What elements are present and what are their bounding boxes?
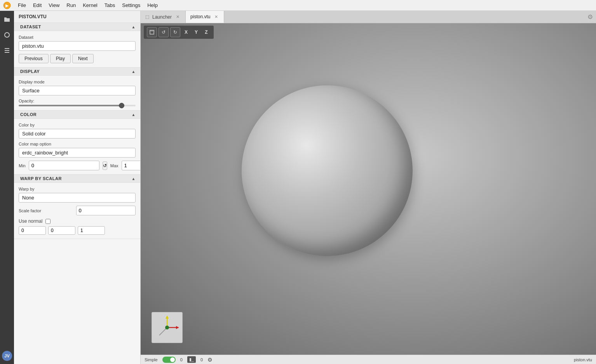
color-label: COLOR <box>20 112 37 117</box>
tab-piston[interactable]: piston.vtu ✕ <box>186 11 224 23</box>
settings-gear-icon[interactable]: ⚙ <box>587 14 593 20</box>
warp-label: WARP BY SCALAR <box>20 176 62 181</box>
dataset-section-header: DATASET ▲ <box>14 23 140 31</box>
svg-point-13 <box>165 326 169 329</box>
axes-svg <box>153 314 181 341</box>
iconbar-folder[interactable] <box>2 14 12 25</box>
simple-toggle[interactable] <box>162 357 176 363</box>
iconbar-circle[interactable] <box>2 29 12 40</box>
menu-tabs[interactable]: Tabs <box>101 2 118 9</box>
color-by-select[interactable]: Solid color <box>19 129 136 139</box>
color-by-label: Color by <box>19 123 136 127</box>
warp-by-label: Warp by <box>19 187 136 191</box>
display-mode-select[interactable]: Surface <box>19 86 136 95</box>
menu-help[interactable]: Help <box>144 2 161 9</box>
color-map-select[interactable]: erdc_rainbow_bright <box>19 148 136 158</box>
play-button[interactable]: Play <box>50 54 71 63</box>
menu-bar: ▶ File Edit View Run Kernel Tabs Setting… <box>0 0 596 11</box>
right-settings-area: ⚙ <box>587 13 593 21</box>
tab-bar: ⬚ Launcher ✕ piston.vtu ✕ ⚙ <box>141 11 596 23</box>
viewport-undo-btn[interactable]: ↺ <box>159 27 169 37</box>
normal-x-input[interactable] <box>19 226 46 235</box>
viewport-crop-btn[interactable] <box>147 27 157 37</box>
right-area: ⬚ Launcher ✕ piston.vtu ✕ ⚙ ↺ ↻ X <box>141 11 596 364</box>
icon-bar: JV <box>0 11 14 364</box>
menu-kernel[interactable]: Kernel <box>80 2 101 9</box>
previous-button[interactable]: Previous <box>19 54 49 63</box>
menu-edit[interactable]: Edit <box>30 2 45 9</box>
menu-view[interactable]: View <box>45 2 63 9</box>
display-chevron[interactable]: ▲ <box>132 69 136 74</box>
min-input[interactable] <box>29 161 99 170</box>
refresh-button[interactable]: ↺ <box>103 161 107 170</box>
svg-marker-11 <box>176 326 179 329</box>
simple-label: Simple <box>145 357 158 362</box>
dataset-input[interactable] <box>19 41 136 51</box>
svg-marker-9 <box>166 315 169 319</box>
min-max-row: Min ↺ Max <box>19 161 136 170</box>
left-panel: PISTON.VTU DATASET ▲ Dataset Previous Pl… <box>14 11 141 364</box>
next-button[interactable]: Next <box>72 54 94 63</box>
menu-file[interactable]: File <box>15 2 29 9</box>
color-section-header: COLOR ▲ <box>14 111 140 119</box>
launcher-tab-icon: ⬚ <box>145 14 149 19</box>
launcher-tab-label: Launcher <box>152 14 172 20</box>
svg-text:▶: ▶ <box>5 3 9 8</box>
use-normal-label: Use normal <box>19 218 42 224</box>
app-logo: ▶ <box>3 2 11 9</box>
playback-controls: Previous Play Next <box>19 54 136 63</box>
viewport-toolbar: ↺ ↻ X Y Z <box>144 26 214 39</box>
warp-by-select[interactable]: None <box>19 193 136 203</box>
coordinate-axes-widget <box>152 312 183 343</box>
max-input[interactable] <box>122 161 141 170</box>
viewport-y-axis-btn[interactable]: Y <box>192 28 200 36</box>
dataset-chevron[interactable]: ▲ <box>132 25 136 29</box>
color-map-label: Color map option <box>19 142 136 146</box>
min-label: Min <box>19 163 26 168</box>
warp-chevron[interactable]: ▲ <box>132 177 136 181</box>
piston-tab-label: piston.vtu <box>190 14 210 19</box>
display-label: DISPLAY <box>20 69 40 74</box>
opacity-slider-row <box>19 105 136 106</box>
tab-launcher[interactable]: ⬚ Launcher ✕ <box>141 11 186 23</box>
status-filename: piston.vtu <box>574 357 592 362</box>
status-count2: 0 <box>200 357 203 362</box>
max-label: Max <box>110 163 119 168</box>
use-normal-row: Use normal <box>19 218 136 224</box>
warp-section-header: WARP BY SCALAR ▲ <box>14 175 140 183</box>
panel-title: PISTON.VTU <box>14 11 140 23</box>
dataset-label: DATASET <box>20 24 41 29</box>
scale-factor-label: Scale factor <box>19 208 73 213</box>
color-section: Color by Solid color Color map option er… <box>14 119 140 175</box>
svg-point-2 <box>5 33 9 37</box>
normal-z-input[interactable] <box>78 226 105 235</box>
terminal-icon[interactable]: ▮_ <box>187 356 196 363</box>
use-normal-checkbox[interactable] <box>45 219 51 224</box>
scale-factor-input[interactable] <box>76 206 136 215</box>
normal-inputs <box>19 226 136 235</box>
piston-3d-object <box>242 85 413 256</box>
opacity-slider[interactable] <box>19 105 136 106</box>
viewport-z-axis-btn[interactable]: Z <box>202 28 211 36</box>
menu-run[interactable]: Run <box>63 2 79 9</box>
viewport-3d[interactable] <box>141 23 596 355</box>
display-section: Display mode Surface Opacity: <box>14 76 140 111</box>
dataset-section: Dataset Previous Play Next <box>14 31 140 68</box>
dataset-field-label: Dataset <box>19 35 136 40</box>
display-mode-label: Display mode <box>19 80 136 84</box>
status-gear-icon[interactable]: ⚙ <box>207 357 213 363</box>
color-chevron[interactable]: ▲ <box>132 113 136 117</box>
display-section-header: DISPLAY ▲ <box>14 68 140 76</box>
launcher-tab-close[interactable]: ✕ <box>175 14 181 20</box>
viewport-redo-btn[interactable]: ↻ <box>170 27 180 37</box>
iconbar-list[interactable] <box>2 45 12 56</box>
status-bar: Simple 0 ▮_ 0 ⚙ piston.vtu <box>141 355 596 364</box>
normal-y-input[interactable] <box>48 226 75 235</box>
main-layout: JV PISTON.VTU DATASET ▲ Dataset Previous… <box>0 11 596 364</box>
status-count1: 0 <box>180 357 183 362</box>
user-avatar[interactable]: JV <box>2 351 12 361</box>
warp-section: Warp by None Scale factor Use normal <box>14 183 140 239</box>
piston-tab-close[interactable]: ✕ <box>213 14 219 20</box>
menu-settings[interactable]: Settings <box>119 2 143 9</box>
viewport-x-axis-btn[interactable]: X <box>182 28 190 36</box>
